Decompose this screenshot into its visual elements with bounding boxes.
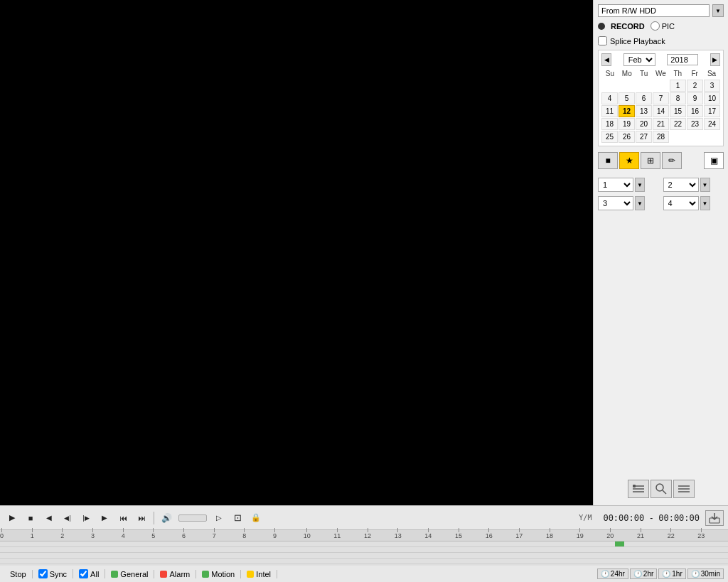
cal-day-17[interactable]: 17 xyxy=(704,105,720,117)
intel-dot xyxy=(247,571,254,578)
sync-checkbox[interactable] xyxy=(38,569,48,578)
snapshot-btn[interactable]: ⊡ xyxy=(230,510,245,526)
cal-day-6[interactable]: 6 xyxy=(636,92,652,104)
ch2-arrow[interactable]: ▼ xyxy=(700,178,710,192)
cal-day-10[interactable]: 10 xyxy=(704,92,720,104)
channel-grid: 1234 ▼ 1234 ▼ 1234 ▼ 1234 ▼ xyxy=(598,175,724,213)
ch4-arrow[interactable]: ▼ xyxy=(700,196,710,210)
ch2-select[interactable]: 1234 xyxy=(663,178,699,192)
cal-day-5[interactable]: 5 xyxy=(619,92,635,104)
all-checkbox[interactable] xyxy=(79,569,88,578)
volume-btn[interactable]: 🔊 xyxy=(159,510,174,526)
cal-day-22[interactable]: 22 xyxy=(670,118,686,130)
general-label: General xyxy=(120,570,148,578)
cal-day-27[interactable]: 27 xyxy=(636,131,652,143)
fast-rev-btn[interactable]: ⏮ xyxy=(115,510,131,526)
cal-day-12[interactable]: 12 xyxy=(619,105,635,117)
cal-day-21[interactable]: 21 xyxy=(653,118,669,130)
prev-frame-btn[interactable]: ◀ xyxy=(41,510,57,526)
record-dot xyxy=(598,23,605,30)
zoom-24hr[interactable]: 🕐 24hr xyxy=(597,568,628,579)
cal-hdr-su: Su xyxy=(601,69,619,78)
ruler-mark-20: 20 xyxy=(606,528,614,539)
play-btn[interactable]: ▶ xyxy=(4,510,20,526)
cal-day-20[interactable]: 20 xyxy=(636,118,652,130)
cal-year-input[interactable] xyxy=(667,54,698,65)
zoom-2hr[interactable]: 🕐 2hr xyxy=(630,568,657,579)
cal-hdr-we: We xyxy=(653,69,670,78)
ch3-arrow[interactable]: ▼ xyxy=(635,196,645,210)
ruler-mark-7: 7 xyxy=(213,528,216,539)
cal-day-1[interactable]: 1 xyxy=(670,80,686,92)
cal-prev-btn[interactable]: ◀ xyxy=(601,53,611,66)
tool-btn-solid[interactable]: ■ xyxy=(598,152,618,169)
fast-fwd-btn[interactable]: ⏭ xyxy=(134,510,149,526)
cal-day-26[interactable]: 26 xyxy=(619,131,635,143)
export-btn[interactable] xyxy=(705,510,724,526)
slow-fwd-btn[interactable]: |▶ xyxy=(78,510,94,526)
cal-day-19[interactable]: 19 xyxy=(619,118,635,130)
next-frame-btn[interactable]: ▶ xyxy=(97,510,112,526)
ch1-select[interactable]: 1234 xyxy=(598,178,633,192)
ch1-arrow[interactable]: ▼ xyxy=(635,178,645,192)
source-dropdown-arrow[interactable]: ▼ xyxy=(712,4,724,17)
cal-day-13[interactable]: 13 xyxy=(636,105,652,117)
source-dropdown[interactable]: From R/W HDD xyxy=(598,4,710,17)
tool-btn-edit[interactable]: ✏ xyxy=(662,152,682,169)
bst-menu-btn[interactable] xyxy=(673,480,695,498)
ruler-marks: 0123456789101112131415161718192021222324 xyxy=(0,530,728,539)
cal-day-8[interactable]: 8 xyxy=(670,92,686,104)
zoom-1hr[interactable]: 🕐 1hr xyxy=(658,568,685,579)
track-block xyxy=(615,541,623,546)
zoom-30min[interactable]: 🕐 30min xyxy=(687,568,724,579)
cal-day-18[interactable]: 18 xyxy=(601,118,618,130)
cal-day-empty xyxy=(636,80,652,92)
cal-day-7[interactable]: 7 xyxy=(653,92,669,104)
cal-day-15[interactable]: 15 xyxy=(670,105,686,117)
ruler-mark-5: 5 xyxy=(151,528,155,539)
ruler-mark-23: 23 xyxy=(697,528,705,539)
ruler-mark-18: 18 xyxy=(546,528,553,539)
cal-day-2[interactable]: 2 xyxy=(687,80,703,92)
all-label: All xyxy=(90,570,99,578)
video-panel xyxy=(0,0,593,505)
cal-day-24[interactable]: 24 xyxy=(704,118,720,130)
splice-row: Splice Playback xyxy=(598,35,724,47)
lock-btn[interactable]: 🔒 xyxy=(248,510,264,526)
cal-next-btn[interactable]: ▶ xyxy=(710,53,720,66)
cal-day-3[interactable]: 3 xyxy=(704,80,720,92)
bst-search-btn[interactable] xyxy=(651,480,672,498)
vol-slider-btn[interactable] xyxy=(178,514,207,522)
ch4-select[interactable]: 1234 xyxy=(663,196,699,210)
bst-list-btn[interactable] xyxy=(628,480,649,498)
ch3-group: 1234 ▼ xyxy=(598,196,659,210)
status-all: All xyxy=(73,569,105,578)
cal-day-9[interactable]: 9 xyxy=(687,92,703,104)
cal-month-select[interactable]: Feb xyxy=(623,53,655,66)
timeline-tracks[interactable] xyxy=(0,541,728,566)
ruler-mark-0: 0 xyxy=(0,528,4,539)
cal-day-23[interactable]: 23 xyxy=(687,118,703,130)
ruler-mark-19: 19 xyxy=(577,528,584,539)
motion-dot xyxy=(202,571,209,578)
cal-day-25[interactable]: 25 xyxy=(601,131,618,143)
cal-day-11[interactable]: 11 xyxy=(601,105,618,117)
tool-btn-grid[interactable]: ⊞ xyxy=(641,152,660,169)
pic-radio[interactable] xyxy=(651,21,660,31)
ctrl-sep1 xyxy=(154,512,154,524)
stop-btn[interactable]: ■ xyxy=(23,510,38,526)
cal-day-16[interactable]: 16 xyxy=(687,105,703,117)
tool-btn-star[interactable]: ★ xyxy=(619,152,639,169)
cal-day-empty xyxy=(670,131,686,143)
cal-day-14[interactable]: 14 xyxy=(653,105,669,117)
tool-btn-flag[interactable]: ▣ xyxy=(704,152,724,169)
cal-hdr-mo: Mo xyxy=(619,69,636,78)
track-row-4 xyxy=(0,559,728,564)
cal-grid: 1234567891011121314151617181920212223242… xyxy=(601,80,720,143)
splice-checkbox[interactable] xyxy=(598,36,607,45)
cal-day-4[interactable]: 4 xyxy=(601,92,618,104)
cal-day-28[interactable]: 28 xyxy=(653,131,669,143)
ch3-select[interactable]: 1234 xyxy=(598,196,633,210)
slow-rev-btn[interactable]: ◀| xyxy=(60,510,75,526)
cut-start-btn[interactable]: ▷ xyxy=(211,510,227,526)
